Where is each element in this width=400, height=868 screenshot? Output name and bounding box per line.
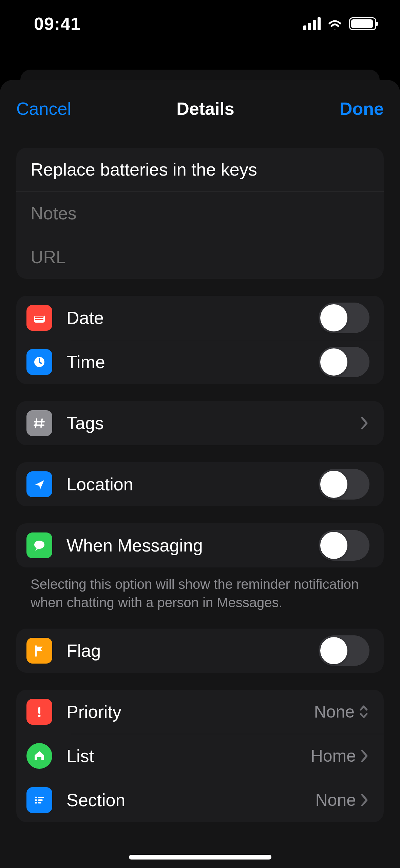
list-row[interactable]: List Home — [16, 734, 384, 778]
cellular-signal-icon — [303, 17, 321, 30]
flag-group: Flag — [16, 629, 384, 673]
flag-row: Flag — [16, 629, 384, 673]
location-toggle[interactable] — [319, 469, 369, 500]
text-fields-group — [16, 148, 384, 279]
date-row: Date — [16, 296, 384, 340]
svg-point-5 — [34, 541, 44, 549]
message-bubble-icon — [26, 532, 52, 558]
battery-icon — [349, 17, 376, 30]
sheet-nav-bar: Cancel Details Done — [0, 93, 400, 124]
location-group: Location — [16, 462, 384, 506]
priority-list-section-group: Priority None List Home — [16, 690, 384, 822]
svg-rect-11 — [38, 797, 44, 798]
done-button[interactable]: Done — [340, 98, 384, 119]
url-input[interactable] — [31, 247, 369, 267]
svg-rect-6 — [38, 707, 40, 714]
list-lines-icon — [26, 787, 52, 813]
wifi-icon — [327, 17, 343, 30]
date-label: Date — [66, 308, 319, 328]
messaging-row: When Messaging — [16, 523, 384, 567]
flag-icon — [26, 638, 52, 664]
calendar-icon — [26, 305, 52, 331]
section-value: None — [315, 790, 356, 810]
reminder-title-input[interactable] — [31, 159, 369, 180]
messaging-toggle[interactable] — [319, 530, 369, 561]
status-icons — [303, 17, 376, 30]
list-value: Home — [311, 746, 356, 766]
hash-icon — [26, 410, 52, 436]
title-row[interactable] — [16, 148, 384, 192]
details-sheet: Cancel Details Done — [0, 80, 400, 868]
status-time: 09:41 — [34, 14, 81, 34]
section-row[interactable]: Section None — [16, 778, 384, 822]
location-label: Location — [66, 474, 319, 494]
time-toggle[interactable] — [319, 347, 369, 377]
messaging-group: When Messaging — [16, 523, 384, 567]
flag-label: Flag — [66, 640, 319, 661]
tags-row[interactable]: Tags — [16, 401, 384, 445]
svg-rect-12 — [38, 799, 43, 801]
svg-point-9 — [35, 799, 37, 801]
svg-point-7 — [38, 715, 41, 717]
exclamation-icon — [26, 699, 52, 725]
up-down-chevron-icon — [358, 704, 369, 720]
location-row: Location — [16, 462, 384, 506]
location-arrow-icon — [26, 471, 52, 497]
chevron-right-icon — [359, 415, 369, 431]
svg-rect-13 — [38, 802, 41, 803]
clock-icon — [26, 349, 52, 375]
svg-point-10 — [35, 802, 37, 804]
priority-value: None — [314, 702, 355, 722]
cancel-button[interactable]: Cancel — [16, 98, 71, 119]
svg-rect-1 — [34, 314, 45, 317]
url-row[interactable] — [16, 235, 384, 279]
tags-label: Tags — [66, 413, 359, 433]
chevron-right-icon — [359, 792, 369, 808]
time-row: Time — [16, 340, 384, 384]
status-bar: 09:41 — [0, 0, 400, 48]
section-label: Section — [66, 790, 315, 810]
svg-rect-3 — [35, 319, 43, 320]
priority-row[interactable]: Priority None — [16, 690, 384, 734]
svg-point-8 — [35, 797, 37, 798]
home-indicator[interactable] — [129, 855, 271, 860]
messaging-footer: Selecting this option will show the remi… — [0, 567, 400, 612]
svg-rect-2 — [35, 317, 43, 318]
notes-row[interactable] — [16, 192, 384, 235]
house-icon — [26, 743, 52, 769]
priority-label: Priority — [66, 702, 314, 722]
flag-toggle[interactable] — [319, 635, 369, 666]
date-time-group: Date Time — [16, 296, 384, 384]
list-label: List — [66, 746, 311, 766]
date-toggle[interactable] — [319, 303, 369, 333]
sheet-title: Details — [176, 98, 234, 119]
time-label: Time — [66, 352, 319, 372]
chevron-right-icon — [359, 748, 369, 764]
notes-input[interactable] — [31, 203, 369, 223]
underlying-sheet — [20, 70, 380, 80]
messaging-label: When Messaging — [66, 535, 319, 556]
tags-group: Tags — [16, 401, 384, 445]
